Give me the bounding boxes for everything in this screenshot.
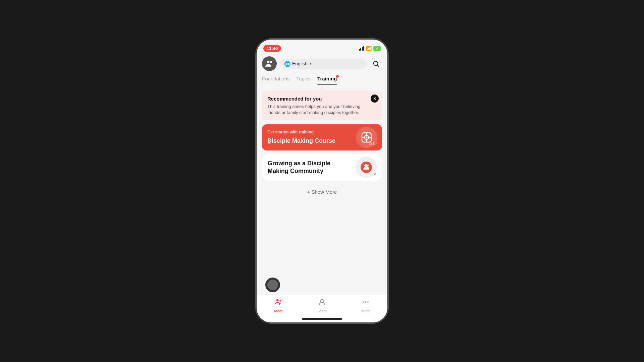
show-more-button[interactable]: + Show More (262, 184, 382, 199)
svg-point-12 (365, 164, 368, 167)
svg-point-13 (364, 168, 366, 169)
signal-bars-icon (359, 46, 365, 51)
more-label: More (361, 309, 370, 313)
course-number-2: 2 (268, 169, 271, 176)
svg-point-16 (279, 300, 281, 302)
svg-point-0 (267, 61, 270, 63)
course-card-2[interactable]: Growing as a Disciple Making Community 2… (262, 154, 382, 181)
nav-tabs: Foundations Topics Training (257, 73, 387, 85)
meet-icon (274, 298, 282, 308)
course-title-2: Growing as a Disciple Making Community (268, 160, 338, 175)
status-bar: 11:46 📶 ⚡ (257, 40, 387, 54)
close-button[interactable]: × (371, 95, 379, 103)
main-content: Recommended for you This training series… (257, 91, 387, 199)
recommendation-title: Recommended for you (267, 96, 377, 102)
chevron-down-icon: ▾ (310, 61, 312, 66)
triangle-pointer (257, 86, 387, 91)
course-icon-2 (356, 157, 377, 178)
tab-meet[interactable]: Meet (257, 298, 300, 313)
course-card-1[interactable]: Get started with training Disciple Makin… (262, 124, 382, 150)
svg-line-3 (377, 65, 379, 66)
learn-label: Learn (317, 309, 327, 313)
avatar[interactable] (262, 56, 277, 71)
course-number-1: 1 (267, 139, 271, 146)
svg-point-6 (366, 137, 368, 138)
svg-point-19 (365, 301, 366, 303)
tab-foundations[interactable]: Foundations (262, 73, 290, 85)
language-selector[interactable]: 🌐 English ▾ (280, 59, 367, 69)
svg-point-18 (363, 301, 364, 303)
svg-point-14 (367, 168, 369, 169)
svg-point-20 (367, 301, 369, 303)
status-time: 11:46 (263, 45, 281, 52)
header: 🌐 English ▾ (257, 54, 387, 73)
learn-icon (318, 298, 326, 308)
translate-icon: 🌐 (284, 61, 291, 67)
wifi-icon: 📶 (366, 46, 372, 51)
tab-training[interactable]: Training (317, 73, 337, 85)
battery-icon: ⚡ (373, 46, 381, 51)
floating-button-inner (267, 280, 278, 290)
course-title-1: Disciple Making Course (267, 137, 338, 145)
meet-label: Meet (274, 309, 282, 313)
notification-dot (336, 75, 339, 78)
tab-learn[interactable]: Learn (300, 298, 344, 313)
recommendation-banner: Recommended for you This training series… (262, 91, 382, 120)
tab-topics[interactable]: Topics (297, 73, 311, 85)
phone-frame: 11:46 📶 ⚡ 🌐 English ▾ (257, 40, 387, 322)
course-icon-1 (356, 127, 377, 148)
home-indicator (302, 318, 342, 320)
svg-point-1 (270, 61, 272, 63)
more-icon (362, 298, 370, 308)
status-icons: 📶 ⚡ (359, 46, 381, 51)
floating-button[interactable] (265, 278, 280, 292)
language-label: English (292, 61, 308, 66)
search-button[interactable] (370, 58, 382, 70)
recommendation-description: This training series helps you and your … (267, 104, 377, 116)
tab-more[interactable]: More (344, 298, 387, 313)
svg-point-15 (276, 299, 279, 302)
